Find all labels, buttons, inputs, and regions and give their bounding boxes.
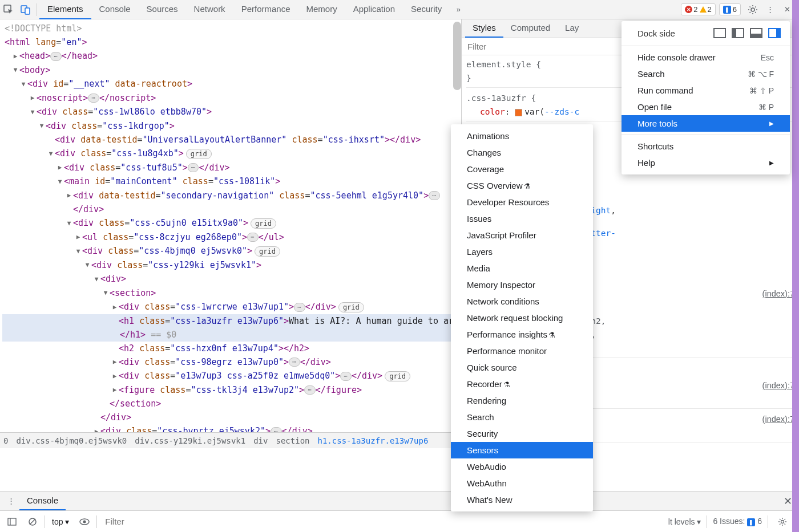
submenu-item[interactable]: Layers: [451, 243, 593, 260]
submenu-item[interactable]: WebAudio: [451, 458, 593, 475]
menu-more-tools[interactable]: More tools: [622, 115, 790, 132]
menu-run-command[interactable]: Run command⌘ ⇧ P: [622, 82, 790, 99]
menu-shortcuts[interactable]: Shortcuts: [622, 138, 790, 155]
warning-icon: [700, 6, 707, 13]
tab-styles[interactable]: Styles: [465, 19, 503, 38]
dock-bottom-icon[interactable]: [750, 28, 762, 38]
breadcrumb-item[interactable]: div.css-y129ki.ej5wsvk1: [135, 434, 245, 448]
breadcrumb-item[interactable]: div.css-4bjmq0.ej5wsvk0: [16, 434, 127, 448]
issues-icon: ❚: [747, 518, 755, 526]
submenu-item[interactable]: WebAuthn: [451, 475, 593, 492]
errors-warnings-badge[interactable]: ✕2 2: [681, 3, 715, 15]
console-settings-icon[interactable]: [774, 513, 791, 530]
svg-point-10: [781, 520, 784, 523]
tab-console[interactable]: Console: [91, 0, 139, 19]
submenu-item[interactable]: What's New: [451, 492, 593, 508]
drawer-issues-label[interactable]: 6 Issues: ❚ 6: [713, 517, 762, 526]
submenu-item[interactable]: Network conditions: [451, 293, 593, 310]
submenu-item[interactable]: Sensors: [451, 442, 593, 458]
selected-element[interactable]: <h1 class="css-1a3uzfr e13w7up6">What is…: [2, 314, 461, 328]
submenu-item[interactable]: Media: [451, 260, 593, 277]
submenu-item[interactable]: Rendering: [451, 392, 593, 409]
tab-sources[interactable]: Sources: [139, 0, 186, 19]
drawer-kebab-icon[interactable]: ⋮: [2, 493, 19, 510]
tab-performance[interactable]: Performance: [233, 0, 298, 19]
submenu-item[interactable]: CSS Overview⚗: [451, 177, 593, 194]
submenu-item[interactable]: Coverage: [451, 161, 593, 177]
context-selector[interactable]: top ▾: [49, 515, 72, 528]
submenu-item[interactable]: Changes: [451, 144, 593, 161]
flask-icon: ⚗: [503, 380, 510, 389]
live-expression-icon[interactable]: [76, 513, 93, 530]
breadcrumb-item[interactable]: 0: [3, 434, 8, 448]
svg-rect-4: [8, 518, 16, 525]
submenu-item[interactable]: Performance insights⚗: [451, 326, 593, 343]
svg-line-7: [30, 519, 35, 525]
inspect-icon[interactable]: [0, 1, 17, 18]
submenu-item[interactable]: Issues: [451, 210, 593, 227]
issues-count: 6: [733, 5, 737, 14]
submenu-item[interactable]: Performance monitor: [451, 343, 593, 359]
menu-open-file[interactable]: Open file⌘ P: [622, 99, 790, 115]
breadcrumb[interactable]: 0 div.css-4bjmq0.ej5wsvk0 div.css-y129ki…: [0, 432, 461, 448]
submenu-item[interactable]: Animations: [451, 128, 593, 144]
submenu-item[interactable]: Recorder⚗: [451, 376, 593, 392]
scrollbar[interactable]: [453, 22, 461, 90]
color-swatch-icon[interactable]: [515, 109, 522, 116]
tab-application[interactable]: Application: [345, 0, 403, 19]
tab-security[interactable]: Security: [403, 0, 450, 19]
submenu-item[interactable]: Search: [451, 409, 593, 425]
menu-hide-console[interactable]: Hide console drawerEsc: [622, 49, 790, 66]
dock-side-label: Dock side: [637, 29, 708, 38]
svg-point-9: [83, 520, 86, 523]
sidebar-toggle-icon[interactable]: [3, 513, 21, 530]
submenu-item[interactable]: Security: [451, 425, 593, 442]
breadcrumb-item[interactable]: section: [276, 434, 309, 448]
tab-computed[interactable]: Computed: [503, 19, 558, 38]
source-link[interactable]: (index):7: [762, 412, 794, 426]
submenu-item[interactable]: JavaScript Profiler: [451, 227, 593, 243]
error-count: 2: [693, 5, 697, 14]
issues-badge[interactable]: ❚6: [719, 3, 741, 15]
main-menu[interactable]: Dock side Hide console drawerEsc Search⌘…: [622, 21, 790, 174]
breadcrumb-item[interactable]: h1.css-1a3uzfr.e13w7up6: [318, 434, 429, 448]
tab-elements[interactable]: Elements: [39, 0, 91, 19]
breadcrumb-item[interactable]: div: [253, 434, 268, 448]
tab-network[interactable]: Network: [186, 0, 233, 19]
submenu-item[interactable]: Quick source: [451, 359, 593, 376]
doctype: <!DOCTYPE html>: [5, 23, 82, 34]
dock-right-icon[interactable]: [768, 28, 781, 38]
svg-rect-2: [25, 8, 30, 14]
issues-icon: ❚: [723, 6, 731, 14]
menu-help[interactable]: Help: [622, 155, 790, 171]
drawer-tab-console[interactable]: Console: [19, 492, 66, 510]
error-icon: ✕: [685, 6, 692, 13]
submenu-item[interactable]: Developer Resources: [451, 194, 593, 210]
tab-memory[interactable]: Memory: [298, 0, 345, 19]
tab-layout-partial[interactable]: Lay: [558, 19, 586, 38]
more-tabs-icon[interactable]: »: [450, 1, 467, 18]
ua-stylesheet-label: user agent stylesheet: [690, 446, 794, 448]
grid-badge[interactable]: grid: [186, 149, 212, 159]
svg-point-3: [751, 8, 754, 11]
submenu-item[interactable]: Memory Inspector: [451, 277, 593, 293]
ellipsis-icon[interactable]: ⋯: [50, 52, 62, 61]
clear-console-icon[interactable]: [24, 513, 41, 530]
menu-search[interactable]: Search⌘ ⌥ F: [622, 66, 790, 82]
device-toggle-icon[interactable]: [17, 1, 34, 18]
kebab-icon[interactable]: ⋮: [761, 1, 778, 18]
more-tools-submenu[interactable]: AnimationsChangesCoverageCSS Overview⚗De…: [451, 124, 593, 511]
flask-icon: ⚗: [524, 182, 531, 190]
settings-icon[interactable]: [744, 1, 761, 18]
dock-left-icon[interactable]: [732, 28, 744, 38]
source-link[interactable]: (index):7: [762, 379, 794, 392]
elements-tree[interactable]: <!DOCTYPE html> <html lang="en"> ▶<head>…: [0, 19, 461, 448]
window-edge: [792, 0, 799, 532]
console-filter-input[interactable]: [100, 514, 664, 529]
flask-icon: ⚗: [548, 331, 555, 339]
log-levels-selector[interactable]: lt levels ▾: [668, 517, 701, 526]
source-link[interactable]: (index):7: [762, 287, 794, 300]
dock-undock-icon[interactable]: [713, 28, 726, 38]
warning-count: 2: [708, 5, 712, 14]
submenu-item[interactable]: Network request blocking: [451, 310, 593, 326]
